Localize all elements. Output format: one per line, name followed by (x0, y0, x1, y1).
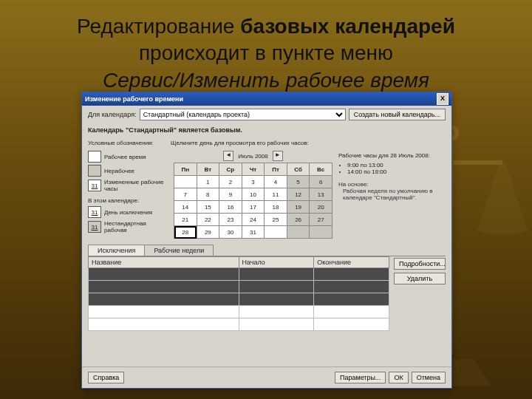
hours-range-1: 9:00 по 13:00 (347, 162, 446, 168)
slide-heading: Редактирование базовых календарей происх… (0, 0, 532, 100)
basis-text: Рабочая неделя по умолчанию в календаре … (343, 188, 446, 201)
close-icon[interactable]: X (437, 93, 449, 105)
table-row[interactable] (89, 281, 389, 293)
details-button[interactable]: Подробности... (394, 258, 446, 270)
calendar-day[interactable]: 15 (197, 201, 219, 214)
help-button[interactable]: Справка (88, 372, 124, 383)
calendar-day[interactable]: 27 (310, 214, 332, 226)
calendar-day[interactable]: 6 (310, 176, 332, 188)
col-name: Название (89, 257, 239, 268)
dialog-titlebar[interactable]: Изменение рабочего времени X (82, 92, 451, 106)
tab-work-weeks[interactable]: Рабочие недели (144, 245, 214, 256)
calendar-day[interactable]: 21 (174, 214, 197, 226)
col-end: Окончание (314, 257, 389, 268)
legend-work-icon (88, 151, 101, 163)
base-calendar-text: Календарь "Стандартный" является базовым… (82, 123, 451, 137)
calendar-day[interactable]: 20 (310, 201, 332, 214)
legend-nonwork-icon (88, 165, 101, 177)
table-row[interactable] (89, 306, 389, 318)
calendar-day[interactable]: 25 (265, 214, 287, 226)
calendar-day[interactable]: 28 (174, 226, 197, 239)
calendar-day[interactable]: 17 (242, 201, 265, 214)
click-day-hint: Щелкните день для просмотра его рабочих … (171, 140, 309, 146)
table-row[interactable] (89, 268, 389, 281)
calendar-day[interactable]: 11 (265, 188, 287, 201)
calendar-day[interactable] (287, 226, 310, 239)
hours-title: Рабочие часы для 28 Июль 2008: (338, 152, 446, 159)
table-row[interactable] (89, 318, 389, 331)
calendar-day[interactable]: 12 (287, 188, 310, 201)
calendar-day[interactable]: 16 (219, 201, 242, 214)
calendar-day[interactable]: 31 (242, 226, 265, 239)
delete-button[interactable]: Удалить (394, 273, 446, 284)
calendar-day[interactable]: 19 (287, 201, 310, 214)
calendar-day[interactable]: 18 (265, 201, 287, 214)
calendar-day[interactable] (265, 226, 287, 239)
calendar-day[interactable]: 30 (219, 226, 242, 239)
calendar-grid[interactable]: ПнВтСрЧтПтСбВс12345678910111213141516171… (174, 163, 332, 239)
calendar-day[interactable]: 13 (310, 188, 332, 201)
calendar-day[interactable]: 23 (219, 214, 242, 226)
calendar-day[interactable]: 9 (219, 188, 242, 201)
tab-exceptions[interactable]: Исключения (88, 245, 145, 256)
next-month-icon[interactable]: ► (273, 151, 283, 161)
calendar-day[interactable]: 4 (265, 176, 287, 188)
calendar-day[interactable]: 8 (197, 188, 219, 201)
calendar-select[interactable]: Стандартный (календарь проекта) (140, 109, 346, 120)
legend-panel: Рабочее время Нерабочее 31Измененные раб… (88, 151, 168, 239)
calendar-day[interactable]: 2 (219, 176, 242, 188)
calendar-day[interactable]: 5 (287, 176, 310, 188)
basis-label: На основе: (338, 181, 446, 188)
prev-month-icon[interactable]: ◄ (223, 151, 233, 161)
calendar-day[interactable]: 7 (174, 188, 197, 201)
calendar-day[interactable] (310, 226, 332, 239)
calendar-day[interactable] (174, 176, 197, 188)
for-calendar-label: Для календаря: (88, 111, 137, 118)
exceptions-table[interactable]: Название Начало Окончание (88, 256, 389, 331)
col-start: Начало (239, 257, 314, 268)
dialog-title: Изменение рабочего времени (85, 95, 183, 103)
table-row[interactable] (89, 293, 389, 306)
new-calendar-button[interactable]: Создать новый календарь... (349, 109, 446, 120)
hours-range-2: 14:00 по 18:00 (347, 168, 446, 175)
calendar-day[interactable]: 14 (174, 201, 197, 214)
cancel-button[interactable]: Отмена (412, 372, 446, 383)
calendar-day[interactable]: 29 (197, 226, 219, 239)
legend-nonstd-icon: 31 (88, 221, 101, 233)
options-button[interactable]: Параметры... (335, 372, 386, 383)
calendar-day[interactable]: 1 (197, 176, 219, 188)
calendar-day[interactable]: 3 (242, 176, 265, 188)
calendar-day[interactable]: 22 (197, 214, 219, 226)
legend-changed-icon: 31 (88, 180, 101, 191)
calendar-day[interactable]: 10 (242, 188, 265, 201)
change-working-time-dialog: Изменение рабочего времени X Для календа… (81, 92, 452, 389)
month-title: Июль 2008 (238, 153, 267, 160)
calendar-day[interactable]: 26 (287, 214, 310, 226)
ok-button[interactable]: ОК (389, 372, 408, 383)
legend-title: Условные обозначения: (88, 140, 168, 146)
legend-exception-icon: 31 (88, 206, 101, 218)
calendar-day[interactable]: 24 (242, 214, 265, 226)
